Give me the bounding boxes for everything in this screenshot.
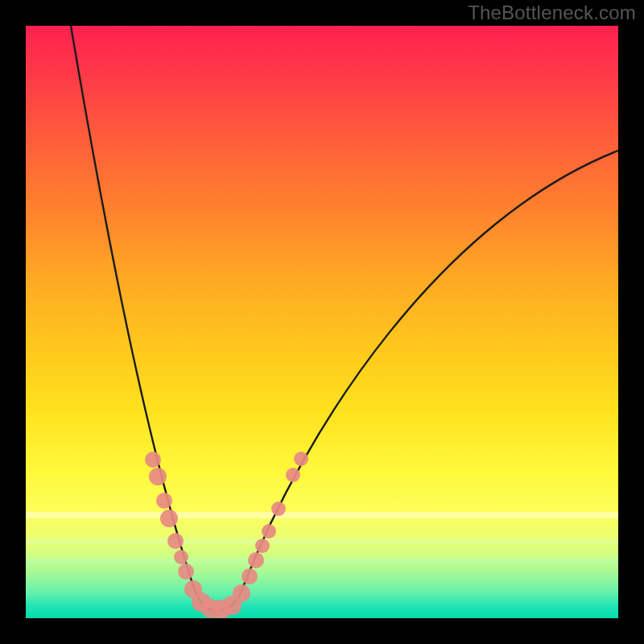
highlight-dot — [271, 502, 286, 516]
highlight-dots-group — [145, 452, 308, 618]
chart-svg — [26, 26, 618, 618]
highlight-dot — [174, 550, 188, 564]
highlight-dot — [248, 552, 264, 568]
highlight-dot — [294, 452, 308, 466]
highlight-dot — [178, 564, 194, 580]
highlight-dot — [255, 539, 270, 553]
chart-plot-area — [26, 26, 618, 618]
highlight-dot — [262, 524, 276, 539]
highlight-dot — [233, 584, 250, 602]
highlight-dot — [145, 452, 161, 468]
watermark-text: TheBottleneck.com — [468, 2, 636, 24]
highlight-dot — [149, 468, 167, 485]
bottleneck-curve — [71, 26, 618, 611]
highlight-dot — [242, 568, 258, 584]
highlight-dot — [286, 468, 300, 482]
highlight-dot — [160, 510, 178, 527]
highlight-dot — [156, 493, 172, 509]
highlight-dot — [167, 533, 184, 549]
